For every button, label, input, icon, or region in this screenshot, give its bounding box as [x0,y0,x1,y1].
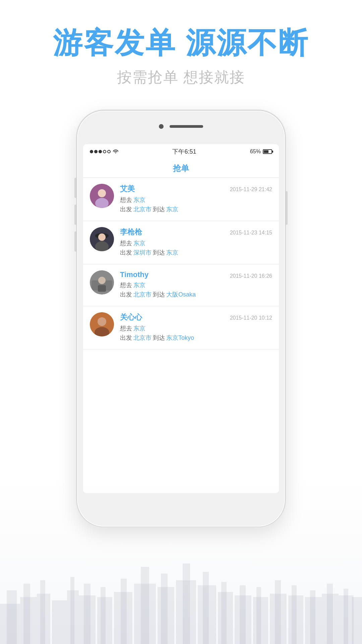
item-want-1: 想去 东京 [120,196,272,204]
signal-dots [90,150,111,153]
want-dest-4: 东京 [133,324,145,332]
item-want-3: 想去 东京 [120,281,272,289]
signal-dot-4 [103,150,106,153]
phone-outer: 下午6:51 65% 抢单 [77,111,285,527]
header-section: 游客发单 源源不断 按需抢单 想接就接 [0,27,362,87]
want-prefix-3: 想去 [120,281,132,289]
status-left [90,149,119,155]
battery-fill [264,150,268,153]
to-prefix-4: 到达 [153,334,165,342]
from-city-3: 北京市 [133,290,152,299]
want-prefix-4: 想去 [120,324,132,332]
phone-mockup: 下午6:51 65% 抢单 [77,111,285,527]
avatar-1 [90,184,114,208]
item-route-1: 出发 北京市 到达 东京 [120,205,272,213]
item-want-4: 想去 东京 [120,324,272,332]
avatar-figure-3 [90,270,114,294]
to-prefix-1: 到达 [153,205,165,213]
signal-dot-1 [90,150,93,153]
svg-point-9 [98,277,106,284]
from-city-2: 深圳市 [133,249,152,257]
status-right: 65% [250,149,272,155]
to-city-3: 大阪Osaka [166,290,196,299]
from-city-1: 北京市 [133,205,152,213]
signal-dot-5 [107,150,111,153]
to-city-1: 东京 [166,205,178,213]
item-want-2: 想去 东京 [120,239,272,247]
list-area[interactable]: 艾美 想去 东京 出发 北京市 到达 东京 2015-11-29 21:42 [83,178,279,493]
item-route-3: 出发 北京市 到达 大阪Osaka [120,290,272,299]
from-city-4: 北京市 [133,334,152,342]
svg-point-5 [98,233,106,241]
camera-dot [159,124,164,129]
from-prefix-3: 出发 [120,290,132,299]
to-city-2: 东京 [166,249,178,257]
battery-icon [263,149,272,154]
speaker-bar [170,125,203,128]
to-prefix-2: 到达 [153,249,165,257]
nav-bar: 抢单 [83,159,279,178]
to-city-4: 东京Tokyo [166,334,194,342]
list-item-4[interactable]: 关心心 想去 东京 出发 北京市 到达 东京Tokyo 2015-11-20 1… [83,306,279,350]
to-prefix-3: 到达 [153,290,165,299]
avatar-figure-4 [90,312,114,336]
battery-percent: 65% [250,149,261,155]
main-title: 游客发单 源源不断 [0,27,362,59]
avatar-figure-1 [90,184,114,208]
phone-top-bar [159,124,203,129]
item-route-2: 出发 深圳市 到达 东京 [120,249,272,257]
wifi-icon [113,149,119,155]
item-route-4: 出发 北京市 到达 东京Tokyo [120,334,272,342]
svg-point-1 [98,189,106,197]
status-bar: 下午6:51 65% [83,144,279,159]
item-datetime-1: 2015-11-29 21:42 [230,186,272,193]
list-item-2[interactable]: 李枪枪 想去 东京 出发 深圳市 到达 东京 2015-11-23 14:15 [83,221,279,264]
avatar-2 [90,227,114,251]
status-time: 下午6:51 [172,148,196,156]
signal-dot-3 [99,150,102,153]
want-dest-1: 东京 [133,196,145,204]
avatar-4 [90,312,114,336]
from-prefix-4: 出发 [120,334,132,342]
want-dest-2: 东京 [133,239,145,247]
phone-screen: 下午6:51 65% 抢单 [83,144,279,493]
want-prefix-2: 想去 [120,239,132,247]
item-datetime-3: 2015-11-20 16:26 [230,273,272,279]
nav-title: 抢单 [173,163,189,174]
sub-title: 按需抢单 想接就接 [0,67,362,87]
want-prefix-1: 想去 [120,196,132,204]
svg-point-12 [98,317,106,326]
item-datetime-2: 2015-11-23 14:15 [230,230,272,236]
avatar-figure-2 [90,227,114,251]
list-item-3[interactable]: Timothy 想去 东京 出发 北京市 到达 大阪Osaka 2015-11-… [83,264,279,306]
want-dest-3: 东京 [133,281,145,289]
avatar-3 [90,270,114,294]
from-prefix-2: 出发 [120,249,132,257]
item-datetime-4: 2015-11-20 10:12 [230,315,272,321]
svg-rect-10 [98,285,106,292]
from-prefix-1: 出发 [120,205,132,213]
list-item[interactable]: 艾美 想去 东京 出发 北京市 到达 东京 2015-11-29 21:42 [83,178,279,221]
signal-dot-2 [94,150,98,153]
